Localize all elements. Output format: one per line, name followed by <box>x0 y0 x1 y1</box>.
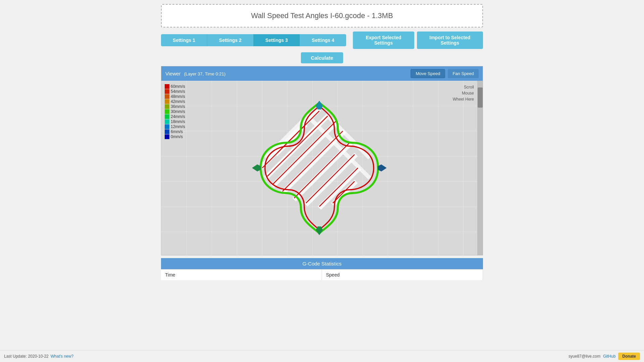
legend-color-3 <box>165 99 169 104</box>
footer-right: syue87@live.com GitHub Donate <box>569 353 640 360</box>
legend-item-0: 60mm/s <box>165 84 185 89</box>
legend-item-1: 54mm/s <box>165 89 185 94</box>
legend-color-6 <box>165 114 169 119</box>
whats-new-link[interactable]: What's new? <box>51 354 73 359</box>
legend-item-3: 42mm/s <box>165 99 185 104</box>
viewer-canvas[interactable]: Scroll Mouse Wheel Here <box>161 81 477 255</box>
legend-item-10: 0mm/s <box>165 134 185 139</box>
legend-label-8: 12mm/s <box>171 124 185 129</box>
legend-label-2: 48mm/s <box>171 94 185 99</box>
settings-row: Settings 1 Settings 2 Settings 3 Setting… <box>161 32 483 49</box>
viewer-title: Viewer (Layer 37, Time 0:21) <box>165 71 225 76</box>
svg-line-1 <box>272 121 338 186</box>
legend-color-1 <box>165 89 169 94</box>
legend-label-1: 54mm/s <box>171 89 185 94</box>
footer: Last Update: 2020-10-22 What's new? syue… <box>0 350 644 362</box>
right-pointer <box>378 165 386 171</box>
bottom-pointer <box>316 227 323 235</box>
shape-svg <box>247 96 391 240</box>
legend-item-7: 18mm/s <box>165 119 185 124</box>
legend-label-4: 36mm/s <box>171 104 185 109</box>
legend-color-5 <box>165 109 169 114</box>
legend-color-9 <box>165 129 169 134</box>
legend-label-9: 6mm/s <box>171 129 183 134</box>
settings-tab-2[interactable]: Settings 2 <box>207 34 254 46</box>
legend-item-6: 24mm/s <box>165 114 185 119</box>
legend-item-2: 48mm/s <box>165 94 185 99</box>
legend-color-0 <box>165 84 169 89</box>
legend-color-8 <box>165 124 169 129</box>
legend-label-7: 18mm/s <box>171 119 185 124</box>
move-speed-button[interactable]: Move Speed <box>411 69 445 78</box>
legend-label-3: 42mm/s <box>171 99 185 104</box>
footer-email: syue87@live.com <box>569 354 600 359</box>
scroll-hint-line1: Scroll <box>453 84 474 90</box>
donate-button[interactable]: Donate <box>618 353 640 360</box>
legend-color-7 <box>165 119 169 124</box>
legend-item-9: 6mm/s <box>165 129 185 134</box>
scroll-hint: Scroll Mouse Wheel Here <box>453 84 474 102</box>
viewer-label: Viewer <box>165 71 181 76</box>
export-settings-button[interactable]: Export Selected Settings <box>353 32 414 49</box>
viewer-header: Viewer (Layer 37, Time 0:21) Move Speed … <box>161 66 483 81</box>
calculate-row: Calculate <box>0 52 644 63</box>
legend-item-4: 36mm/s <box>165 104 185 109</box>
legend-item-8: 12mm/s <box>165 124 185 129</box>
viewer-scrollbar[interactable] <box>477 81 483 255</box>
import-settings-button[interactable]: Import to Selected Settings <box>417 32 483 49</box>
calculate-button[interactable]: Calculate <box>301 52 343 63</box>
last-update: Last Update: 2020-10-22 <box>4 354 49 359</box>
legend-item-5: 30mm/s <box>165 109 185 114</box>
settings-tab-3[interactable]: Settings 3 <box>254 34 300 46</box>
viewer-controls: Move Speed Fan Speed <box>411 69 479 78</box>
settings-tab-1[interactable]: Settings 1 <box>161 34 207 46</box>
legend-label-6: 24mm/s <box>171 114 185 119</box>
settings-tab-4[interactable]: Settings 4 <box>300 34 346 46</box>
legend-label-5: 30mm/s <box>171 109 185 114</box>
scroll-hint-line3: Wheel Here <box>453 96 474 102</box>
viewer-layer-info: (Layer 37, Time 0:21) <box>184 71 226 76</box>
scrollbar-thumb[interactable] <box>478 87 483 108</box>
legend-color-2 <box>165 94 169 99</box>
legend-label-10: 0mm/s <box>171 134 183 139</box>
legend-color-4 <box>165 104 169 109</box>
legend-color-10 <box>165 134 169 139</box>
file-title: Wall Speed Test Angles I-60.gcode - 1.3M… <box>251 11 393 20</box>
github-link[interactable]: GitHub <box>603 354 615 359</box>
stats-table-header: Time Speed <box>161 269 483 280</box>
speed-legend: 60mm/s 54mm/s 48mm/s 42mm/s 36mm/s <box>165 84 185 139</box>
stats-col-speed: Speed <box>322 269 483 280</box>
footer-left: Last Update: 2020-10-22 What's new? <box>4 354 73 359</box>
main-wrapper: Wall Speed Test Angles I-60.gcode - 1.3M… <box>0 4 644 362</box>
top-pointer <box>316 101 323 109</box>
stats-section: G-Code Statistics Time Speed <box>161 258 483 280</box>
legend-label-0: 60mm/s <box>171 84 185 89</box>
viewer-body: 60mm/s 54mm/s 48mm/s 42mm/s 36mm/s <box>161 81 483 255</box>
fan-speed-button[interactable]: Fan Speed <box>448 69 479 78</box>
file-drop-zone[interactable]: Wall Speed Test Angles I-60.gcode - 1.3M… <box>161 4 483 27</box>
stats-col-time: Time <box>161 269 322 280</box>
viewer-section: Viewer (Layer 37, Time 0:21) Move Speed … <box>161 66 483 255</box>
stats-header: G-Code Statistics <box>161 258 483 269</box>
left-pointer <box>252 165 261 171</box>
scroll-hint-line2: Mouse <box>453 90 474 96</box>
